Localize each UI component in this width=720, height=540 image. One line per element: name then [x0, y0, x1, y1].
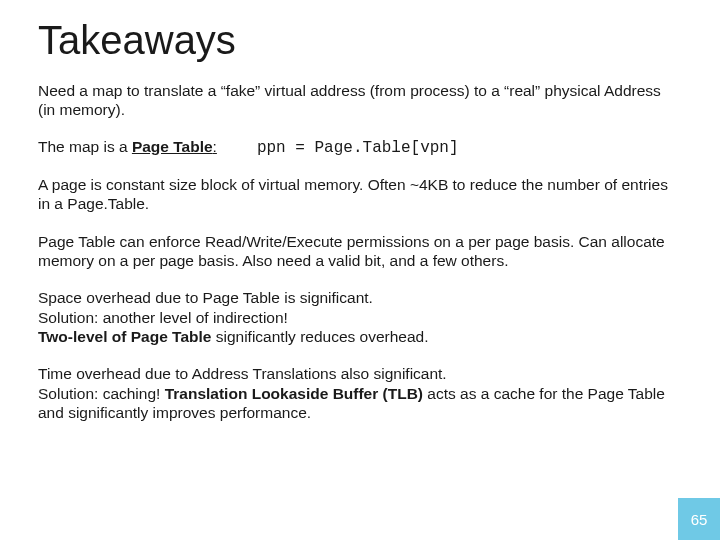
label-pre: The map is a	[38, 138, 132, 155]
page-number-box: 65	[678, 498, 720, 540]
space-line2: Solution: another level of indirection!	[38, 309, 288, 326]
slide-title: Takeaways	[38, 18, 682, 63]
slide: Takeaways Need a map to translate a “fak…	[0, 0, 720, 540]
para-page-table-map: The map is a Page Table: ppn = Page.Tabl…	[38, 138, 682, 157]
label-bold: Page Table	[132, 138, 213, 155]
para-space-overhead: Space overhead due to Page Table is sign…	[38, 288, 682, 346]
space-after: significantly reduces overhead.	[211, 328, 428, 345]
label-colon: :	[213, 138, 217, 155]
para-need-map: Need a map to translate a “fake” virtual…	[38, 81, 682, 120]
space-line1: Space overhead due to Page Table is sign…	[38, 289, 373, 306]
slide-body: Need a map to translate a “fake” virtual…	[38, 81, 682, 423]
time-pre: Solution: caching!	[38, 385, 165, 402]
page-number: 65	[691, 511, 708, 528]
space-bold: Two-level of Page Table	[38, 328, 211, 345]
time-line1: Time overhead due to Address Translation…	[38, 365, 447, 382]
para-time-overhead: Time overhead due to Address Translation…	[38, 364, 682, 422]
page-table-label: The map is a Page Table:	[38, 138, 217, 156]
para-page-size: A page is constant size block of virtual…	[38, 175, 682, 214]
time-bold: Translation Lookaside Buffer (TLB)	[165, 385, 423, 402]
para-permissions: Page Table can enforce Read/Write/Execut…	[38, 232, 682, 271]
page-table-code: ppn = Page.Table[vpn]	[257, 139, 459, 157]
